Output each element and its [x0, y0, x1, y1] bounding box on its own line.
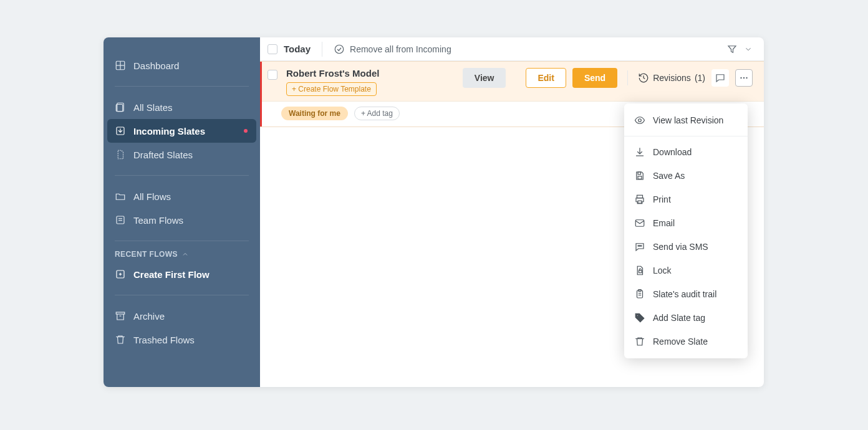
app-window: Dashboard All Slates Incoming Slates Dra… — [104, 37, 764, 387]
more-button[interactable] — [735, 69, 753, 87]
more-icon — [738, 72, 750, 84]
sidebar-item-all-flows[interactable]: All Flows — [104, 184, 260, 208]
dd-audit-trail[interactable]: Slate's audit trail — [624, 282, 748, 306]
svg-point-20 — [639, 119, 642, 122]
row-checkbox[interactable] — [268, 70, 277, 80]
draft-icon — [115, 149, 126, 160]
divider — [115, 241, 249, 241]
sidebar: Dashboard All Slates Incoming Slates Dra… — [104, 37, 260, 387]
svg-point-28 — [641, 246, 642, 247]
comment-icon — [715, 72, 726, 84]
remove-all-label: Remove all from Incoming — [350, 44, 451, 54]
row-top-left: Robert Frost's Model + Create Flow Templ… — [268, 68, 379, 96]
dd-label: Remove Slate — [653, 337, 708, 346]
save-icon — [634, 170, 645, 181]
svg-point-18 — [743, 77, 745, 79]
svg-rect-25 — [635, 220, 644, 227]
row-top: Robert Frost's Model + Create Flow Templ… — [260, 62, 764, 101]
dd-email[interactable]: Email — [624, 211, 748, 235]
dd-send-sms[interactable]: Send via SMS — [624, 235, 748, 259]
dd-label: Send via SMS — [653, 242, 708, 252]
comment-button[interactable] — [711, 69, 729, 87]
sidebar-label: All Slates — [133, 102, 173, 113]
team-flows-icon — [115, 214, 126, 226]
divider — [322, 42, 322, 57]
sidebar-label: Drafted Slates — [133, 150, 193, 160]
sms-icon — [634, 241, 645, 252]
title-wrap: Robert Frost's Model + Create Flow Templ… — [286, 68, 379, 96]
slate-title[interactable]: Robert Frost's Model — [286, 68, 379, 79]
svg-point-17 — [740, 77, 741, 79]
create-flow-icon — [115, 269, 126, 280]
revisions-label: Revisions — [653, 73, 691, 83]
create-flow-template-chip[interactable]: + Create Flow Template — [286, 82, 377, 96]
clipboard-icon — [634, 289, 645, 300]
svg-rect-13 — [116, 312, 125, 314]
view-button[interactable]: View — [463, 68, 506, 88]
svg-point-26 — [638, 246, 639, 247]
sidebar-label: Trashed Flows — [133, 335, 195, 345]
topbar-right — [726, 44, 764, 55]
sidebar-item-all-slates[interactable]: All Slates — [104, 95, 260, 119]
history-icon — [638, 72, 649, 84]
sidebar-item-team-flows[interactable]: Team Flows — [104, 208, 260, 232]
dd-add-slate-tag[interactable]: Add Slate tag — [624, 306, 748, 330]
dashboard-icon — [115, 60, 126, 71]
sidebar-label: Dashboard — [133, 60, 179, 71]
dd-save-as[interactable]: Save As — [624, 164, 748, 188]
sidebar-label: Team Flows — [133, 215, 183, 226]
sidebar-item-archive[interactable]: Archive — [104, 304, 260, 328]
svg-point-34 — [637, 315, 638, 316]
today-heading: Today — [284, 44, 311, 54]
row-buttons: View Edit Send Revisions (1) — [476, 68, 753, 88]
dd-label: Print — [653, 194, 671, 204]
slates-icon — [115, 102, 126, 113]
divider — [115, 86, 249, 87]
sidebar-item-dashboard[interactable]: Dashboard — [104, 54, 260, 77]
dd-download[interactable]: Download — [624, 140, 748, 164]
dd-label: Slate's audit trail — [653, 289, 716, 299]
dd-remove-slate[interactable]: Remove Slate — [624, 330, 748, 353]
dd-label: Download — [653, 147, 692, 157]
folder-icon — [115, 191, 126, 202]
chevron-down-icon[interactable] — [744, 44, 753, 55]
dd-print[interactable]: Print — [624, 188, 748, 211]
sidebar-label: All Flows — [133, 191, 171, 202]
print-icon — [634, 194, 645, 205]
dd-view-last-revision[interactable]: View last Revision — [624, 108, 748, 132]
divider — [624, 136, 748, 136]
revisions-count: (1) — [695, 73, 705, 83]
select-all-checkbox[interactable] — [268, 44, 277, 54]
download-icon — [634, 146, 645, 158]
filter-icon[interactable] — [726, 44, 738, 55]
svg-rect-7 — [117, 216, 124, 224]
more-dropdown: View last Revision Download Save As Prin… — [624, 103, 748, 358]
recent-flows-header[interactable]: RECENT FLOWS — [104, 250, 260, 262]
sidebar-item-drafted-slates[interactable]: Drafted Slates — [104, 143, 260, 166]
main-content: Today Remove all from Incoming Robert Fr… — [260, 37, 764, 387]
tag-icon — [634, 312, 645, 323]
sidebar-item-incoming-slates[interactable]: Incoming Slates — [107, 119, 256, 143]
topbar: Today Remove all from Incoming — [260, 37, 764, 61]
remove-all-button[interactable]: Remove all from Incoming — [334, 44, 451, 55]
sidebar-item-create-first-flow[interactable]: Create First Flow — [104, 262, 260, 286]
svg-rect-23 — [637, 195, 643, 198]
svg-point-15 — [335, 45, 344, 54]
svg-marker-16 — [728, 45, 736, 52]
incoming-icon — [115, 125, 126, 136]
sidebar-item-trashed-flows[interactable]: Trashed Flows — [104, 328, 260, 351]
sidebar-label: Archive — [133, 311, 165, 322]
send-button[interactable]: Send — [572, 68, 617, 88]
add-tag-button[interactable]: + Add tag — [354, 107, 400, 120]
lock-icon — [634, 265, 645, 276]
archive-icon — [115, 310, 126, 322]
dd-label: Lock — [653, 265, 672, 275]
dd-lock[interactable]: Lock — [624, 259, 748, 282]
divider — [627, 70, 628, 85]
sidebar-label: Create First Flow — [133, 269, 210, 280]
divider — [115, 175, 249, 176]
edit-button[interactable]: Edit — [526, 68, 566, 88]
revisions-button[interactable]: Revisions (1) — [638, 72, 705, 84]
svg-point-19 — [746, 77, 747, 79]
check-circle-icon — [334, 44, 345, 55]
